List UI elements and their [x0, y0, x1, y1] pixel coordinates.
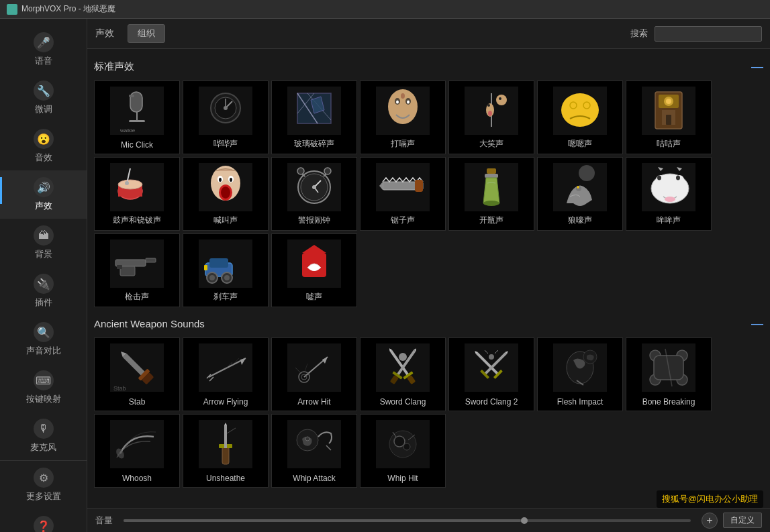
- sound-saw[interactable]: 锯子声: [360, 157, 446, 231]
- sidebar-item-microphone[interactable]: 🎙 麦克风: [0, 412, 87, 460]
- sidebar-item-voice[interactable]: 🎤 语音: [0, 25, 87, 74]
- background-icon: 🏔: [34, 225, 54, 246]
- sound-whip-hit[interactable]: Whip Hit: [360, 414, 446, 488]
- sidebar-label-keybind: 按键映射: [26, 393, 61, 405]
- sound-mic-click[interactable]: walkie Mic Click: [94, 81, 180, 154]
- sound-sword-clang2[interactable]: Sword Clang 2: [448, 337, 534, 411]
- sound-bone-breaking[interactable]: Bone Breaking: [626, 337, 712, 411]
- sound-stab[interactable]: Stab Stab: [94, 337, 180, 411]
- sound-label-sword-clang: Sword Clang: [380, 348, 426, 407]
- sound-label-sword-clang2: Sword Clang 2: [465, 348, 518, 407]
- sound-label-alarm: 警报闹钟: [298, 165, 330, 226]
- sidebar-item-settings[interactable]: ⚙ 更多设置: [0, 461, 87, 509]
- standard-sound-grid: walkie Mic Click 哔哔声: [94, 81, 763, 307]
- sound-label-beep: 哔哔声: [213, 89, 238, 150]
- sidebar: 🎤 语音 🔧 微调 😮 音效 🔊 声效 🏔 背景 🔌 插件 🔍 声音对比 ⌨: [0, 19, 87, 532]
- sidebar-item-effects[interactable]: 😮 音效: [0, 122, 87, 170]
- sound-glass[interactable]: 玻璃破碎声: [271, 81, 357, 154]
- volume-thumb: [521, 517, 528, 524]
- svg-rect-93: [117, 265, 122, 269]
- sound-label-stab: Stab: [129, 348, 146, 407]
- standard-section-title: 标准声效: [94, 60, 134, 73]
- titlebar: MorphVOX Pro - 地狱恶魔: [0, 0, 770, 19]
- sound-icon: 🔊: [34, 177, 54, 197]
- search-input[interactable]: [655, 26, 762, 42]
- sound-boo[interactable]: 嘘声: [271, 233, 357, 307]
- sound-laugh[interactable]: 大笑声: [448, 81, 534, 154]
- sidebar-item-compare[interactable]: 🔍 声音对比: [0, 315, 87, 364]
- volume-slider[interactable]: [124, 519, 691, 522]
- sidebar-item-help[interactable]: ❓ 帮助: [0, 509, 87, 532]
- sidebar-label-settings: 更多设置: [26, 490, 61, 502]
- sound-label-sigh: 嗯嗯声: [568, 89, 592, 150]
- sound-label-wolf: 狼嚎声: [568, 165, 592, 226]
- sound-label-gunshot: 枪击声: [125, 242, 149, 303]
- sidebar-label-plugin: 插件: [35, 297, 52, 309]
- sound-label-carcrash: 刹车声: [213, 242, 238, 303]
- sound-sword-clang[interactable]: Sword Clang: [360, 337, 446, 411]
- sound-label-flesh-impact: Flesh Impact: [557, 348, 604, 407]
- sound-whip-attack[interactable]: Whip Attack: [271, 414, 357, 488]
- sound-alarm[interactable]: 警报闹钟: [271, 157, 357, 231]
- volume-label: 音量: [95, 515, 113, 527]
- sound-arrow-hit[interactable]: Arrow Hit: [271, 337, 357, 411]
- settings-icon: ⚙: [34, 468, 54, 488]
- ancient-collapse-btn[interactable]: —: [751, 317, 763, 331]
- sidebar-item-background[interactable]: 🏔 背景: [0, 219, 87, 267]
- sound-label-mic-click: Mic Click: [121, 91, 153, 150]
- sound-uncork[interactable]: 开瓶声: [448, 157, 534, 231]
- watermark: 搜狐号@闪电办公小助理: [657, 490, 763, 508]
- sound-gunshot[interactable]: 枪击声: [94, 233, 180, 307]
- sound-label-boo: 嘘声: [306, 242, 322, 303]
- sound-drum[interactable]: 鼓声和铙钹声: [94, 157, 180, 231]
- sound-moo[interactable]: 哞哞声: [626, 157, 712, 231]
- sidebar-item-finetune[interactable]: 🔧 微调: [0, 74, 87, 122]
- volume-fill: [124, 519, 521, 522]
- sidebar-item-keybind[interactable]: ⌨ 按键映射: [0, 364, 87, 412]
- sound-label-drum: 鼓声和铙钹声: [113, 165, 161, 226]
- svg-rect-101: [204, 265, 207, 270]
- search-label: 搜索: [630, 28, 648, 40]
- sound-carcrash[interactable]: 刹车声: [183, 233, 269, 307]
- sidebar-item-sound[interactable]: 🔊 声效: [0, 170, 87, 219]
- toolbar: 声效 组织 搜索: [87, 19, 770, 49]
- sidebar-label-finetune: 微调: [35, 103, 52, 115]
- compare-icon: 🔍: [34, 322, 54, 342]
- svg-rect-70: [415, 180, 423, 192]
- sound-label-moo: 哞哞声: [657, 165, 681, 226]
- sound-whoosh[interactable]: Whoosh: [94, 414, 180, 488]
- sidebar-bottom: ⚙ 更多设置 ❓ 帮助: [0, 460, 87, 532]
- help-icon: ❓: [34, 516, 54, 532]
- app-icon: [7, 4, 17, 15]
- sound-unsheathe[interactable]: Unsheathe: [183, 414, 269, 488]
- standard-collapse-btn[interactable]: —: [751, 60, 763, 74]
- app-title: MorphVOX Pro - 地狱恶魔: [21, 3, 115, 15]
- sidebar-label-microphone: 麦克风: [30, 441, 56, 454]
- add-sound-button[interactable]: +: [702, 513, 718, 529]
- standard-section-header: 标准声效 —: [94, 60, 763, 74]
- bottombar: 音量 + 自定义: [87, 508, 770, 532]
- sidebar-label-effects: 音效: [35, 152, 52, 164]
- content-area: 标准声效 — walkie Mic Click: [87, 49, 770, 508]
- sidebar-item-plugin[interactable]: 🔌 插件: [0, 267, 87, 315]
- sound-cuckoo[interactable]: 咕咕声: [626, 81, 712, 154]
- sound-sigh[interactable]: 嗯嗯声: [537, 81, 623, 154]
- sound-beep[interactable]: 哔哔声: [183, 81, 269, 154]
- sound-label-uncork: 开瓶声: [479, 165, 503, 226]
- sound-arrow-flying[interactable]: Arrow Flying: [183, 337, 269, 411]
- sound-label-whoosh: Whoosh: [122, 424, 152, 483]
- microphone-icon: 🎙: [34, 419, 54, 439]
- sound-label-whip-hit: Whip Hit: [387, 424, 418, 483]
- sound-burp[interactable]: 打嗝声: [360, 81, 446, 154]
- sound-scream[interactable]: 喊叫声: [183, 157, 269, 231]
- organize-button[interactable]: 组织: [128, 24, 165, 43]
- sound-label-laugh: 大笑声: [479, 89, 503, 150]
- sound-flesh-impact[interactable]: Flesh Impact: [537, 337, 623, 411]
- sound-label-arrow-hit: Arrow Hit: [297, 348, 330, 407]
- custom-button[interactable]: 自定义: [723, 513, 762, 528]
- sidebar-label-voice: 语音: [35, 55, 52, 67]
- sound-wolf[interactable]: 狼嚎声: [537, 157, 623, 231]
- sidebar-label-background: 背景: [35, 248, 52, 260]
- ancient-section-header: Ancient Weapon Sounds —: [94, 317, 763, 331]
- ancient-sound-grid: Stab Stab Arrow Flying: [94, 337, 763, 488]
